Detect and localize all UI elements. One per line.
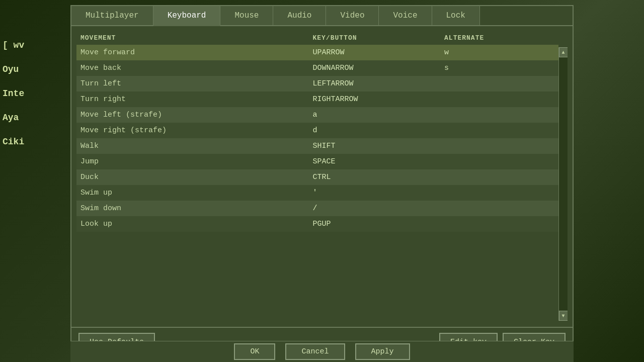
key-cell: PGUP — [308, 216, 440, 232]
apply-button[interactable]: Apply — [355, 343, 410, 360]
table-row[interactable]: DuckCTRL — [76, 169, 558, 185]
col-header-movement: MOVEMENT — [76, 31, 308, 45]
action-cell: Duck — [76, 169, 308, 185]
table-row[interactable]: Move backDOWNARROWs — [76, 60, 558, 76]
action-cell: Move left (strafe) — [76, 107, 308, 123]
action-cell: Walk — [76, 138, 308, 154]
action-cell: Move forward — [76, 45, 308, 60]
table-row[interactable]: JumpSPACE — [76, 154, 558, 169]
key-cell: CTRL — [308, 169, 440, 185]
action-cell: Turn left — [76, 76, 308, 92]
tab-video[interactable]: Video — [326, 6, 379, 25]
col-header-alternate: ALTERNATE — [440, 31, 558, 45]
alt-cell — [440, 201, 558, 216]
tab-audio[interactable]: Audio — [273, 6, 326, 25]
key-cell: DOWNARROW — [308, 60, 440, 76]
sidebar-line-3: Inte — [3, 88, 68, 99]
action-cell: Turn right — [76, 92, 308, 107]
sidebar-line-2: Oyu — [3, 64, 68, 74]
table-row[interactable]: Turn rightRIGHTARROW — [76, 92, 558, 107]
alt-cell — [440, 138, 558, 154]
table-row[interactable]: Swim down/ — [76, 201, 558, 216]
key-cell: SHIFT — [308, 138, 440, 154]
alt-cell — [440, 216, 558, 232]
action-cell: Swim down — [76, 201, 308, 216]
scroll-down-button[interactable]: ▼ — [559, 311, 568, 321]
table-row[interactable]: WalkSHIFT — [76, 138, 558, 154]
key-cell: d — [308, 123, 440, 138]
key-cell: a — [308, 107, 440, 123]
alt-cell — [440, 92, 558, 107]
table-row[interactable]: Move right (strafe)d — [76, 123, 558, 138]
keybind-table: MOVEMENT KEY/BUTTON ALTERNATE Move forwa… — [76, 31, 558, 232]
key-cell: UPARROW — [308, 45, 440, 60]
alt-cell: s — [440, 60, 558, 76]
tab-multiplayer[interactable]: Multiplayer — [71, 6, 153, 25]
key-cell: ' — [308, 185, 440, 201]
alt-cell — [440, 107, 558, 123]
key-cell: SPACE — [308, 154, 440, 169]
scroll-up-button[interactable]: ▲ — [559, 47, 568, 57]
ok-button[interactable]: OK — [234, 343, 275, 360]
sidebar-line-5: Ciki — [3, 137, 68, 147]
table-row[interactable]: Swim up' — [76, 185, 558, 201]
settings-panel: Multiplayer Keyboard Mouse Audio Video V… — [70, 5, 574, 357]
tabs-row: Multiplayer Keyboard Mouse Audio Video V… — [71, 6, 573, 26]
tab-keyboard[interactable]: Keyboard — [153, 6, 221, 26]
alt-cell — [440, 154, 558, 169]
tab-voice[interactable]: Voice — [379, 6, 432, 25]
sidebar-line-1: [ wv — [3, 40, 68, 50]
table-row[interactable]: Turn leftLEFTARROW — [76, 76, 558, 92]
scrollbar: ▲ ▼ — [558, 47, 568, 321]
table-row[interactable]: Move forwardUPARROWw — [76, 45, 558, 60]
tab-lock[interactable]: Lock — [432, 6, 480, 25]
col-header-keybtn: KEY/BUTTON — [308, 31, 440, 45]
dialog-buttons-row: OK Cancel Apply — [70, 341, 574, 362]
alt-cell — [440, 169, 558, 185]
table-row[interactable]: Move left (strafe)a — [76, 107, 558, 123]
cancel-button[interactable]: Cancel — [285, 343, 345, 360]
tab-mouse[interactable]: Mouse — [220, 6, 273, 25]
table-wrapper: MOVEMENT KEY/BUTTON ALTERNATE Move forwa… — [76, 31, 568, 321]
action-cell: Swim up — [76, 185, 308, 201]
table-row[interactable]: Look upPGUP — [76, 216, 558, 232]
action-cell: Move right (strafe) — [76, 123, 308, 138]
action-cell: Move back — [76, 60, 308, 76]
content-area: MOVEMENT KEY/BUTTON ALTERNATE Move forwa… — [71, 26, 573, 321]
action-cell: Look up — [76, 216, 308, 232]
alt-cell — [440, 123, 558, 138]
alt-cell — [440, 185, 558, 201]
action-cell: Jump — [76, 154, 308, 169]
alt-cell: w — [440, 45, 558, 60]
scroll-track[interactable] — [559, 57, 568, 311]
sidebar-panel: [ wv Oyu Inte Aya Ciki — [0, 40, 70, 161]
sidebar-line-4: Aya — [3, 113, 68, 123]
key-cell: LEFTARROW — [308, 76, 440, 92]
key-cell: / — [308, 201, 440, 216]
alt-cell — [440, 76, 558, 92]
table-container: MOVEMENT KEY/BUTTON ALTERNATE Move forwa… — [76, 31, 558, 321]
key-cell: RIGHTARROW — [308, 92, 440, 107]
